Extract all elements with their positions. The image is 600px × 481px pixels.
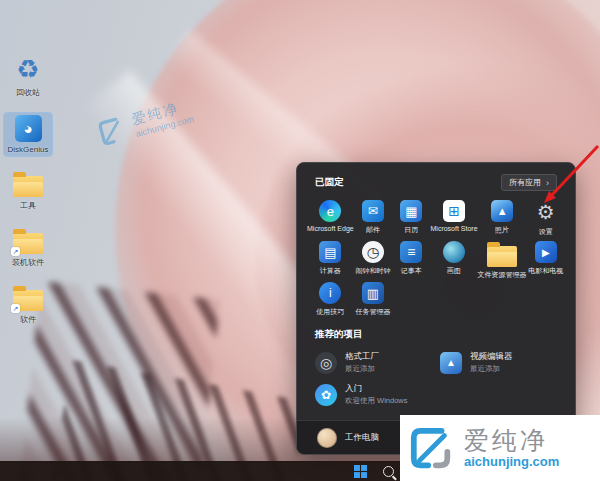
pinned-app-label: 邮件	[366, 225, 380, 235]
desktop-icon-label: DiskGenius	[8, 145, 49, 154]
recommended-item-format-factory[interactable]: ◎格式工厂最近添加	[311, 349, 436, 376]
pinned-app-tips[interactable]: i使用技巧	[307, 280, 354, 321]
photos-icon: ▲	[491, 200, 513, 222]
all-apps-label: 所有应用	[509, 177, 541, 188]
paint-icon	[443, 241, 465, 263]
watermark-outline-logo-icon	[94, 113, 131, 150]
recommended-item-subtitle: 最近添加	[470, 364, 513, 374]
start-button-icon	[354, 465, 367, 478]
desktop-icon-folder-setup[interactable]: ↗装机软件	[4, 226, 52, 270]
pinned-section-title: 已固定	[315, 176, 344, 189]
watermark-logo: 爱纯净 aichunjing.com	[400, 415, 600, 481]
recommended-item-subtitle: 最近添加	[345, 364, 379, 374]
recommended-item-title: 入门	[345, 383, 408, 395]
pinned-app-paint[interactable]: 画图	[431, 239, 478, 280]
pinned-app-label: 计算器	[320, 266, 341, 276]
recommended-item-title: 视频编辑器	[470, 351, 513, 363]
task-manager-icon: ▥	[362, 282, 384, 304]
folder-shortcut-icon: ↗	[13, 233, 43, 254]
pinned-app-settings[interactable]: ⚙设置	[527, 198, 565, 239]
video-editor-icon: ▲	[440, 352, 462, 374]
pinned-app-taskmgr[interactable]: ▥任务管理器	[354, 280, 392, 321]
desktop-icon-folder-apps[interactable]: ↗软件	[4, 283, 52, 327]
desktop-icon-recycle-bin[interactable]: ♻回收站	[4, 52, 52, 100]
pinned-app-label: 记事本	[401, 266, 422, 276]
watermark-site: aichunjing.com	[464, 455, 559, 468]
desktop: 爱纯净 aichunjing.com ♻回收站◕DiskGenius工具↗装机软…	[0, 0, 600, 481]
all-apps-button[interactable]: 所有应用 ›	[501, 174, 557, 191]
pinned-app-label: 日历	[404, 225, 418, 235]
pinned-app-movies[interactable]: ▶电影和电视	[527, 239, 565, 280]
chevron-right-icon: ›	[546, 178, 549, 188]
microsoft-store-icon: ⊞	[443, 200, 465, 222]
pinned-app-label: Microsoft Edge	[307, 225, 354, 232]
pinned-apps-grid: eMicrosoft Edge✉邮件▦日历⊞Microsoft Store▲照片…	[297, 196, 575, 321]
get-started-icon: ✿	[315, 384, 337, 406]
tips-icon: i	[319, 282, 341, 304]
shortcut-arrow-icon: ↗	[11, 247, 20, 256]
recommended-list: ◎格式工厂最近添加▲视频编辑器最近添加✿入门欢迎使用 Windows	[297, 346, 575, 408]
user-avatar	[317, 428, 337, 448]
desktop-watermark: 爱纯净 aichunjing.com	[94, 95, 196, 149]
pinned-app-label: 使用技巧	[316, 307, 344, 317]
shortcut-arrow-icon: ↗	[11, 304, 20, 313]
pinned-app-notepad[interactable]: ≡记事本	[392, 239, 430, 280]
pinned-app-calendar[interactable]: ▦日历	[392, 198, 430, 239]
calendar-icon: ▦	[400, 200, 422, 222]
movies-tv-icon: ▶	[535, 241, 557, 263]
pinned-app-mail[interactable]: ✉邮件	[354, 198, 392, 239]
pinned-app-label: Microsoft Store	[431, 225, 478, 232]
recommended-item-get-started[interactable]: ✿入门欢迎使用 Windows	[311, 381, 436, 408]
recommended-item-text: 入门欢迎使用 Windows	[345, 383, 408, 406]
mail-icon: ✉	[362, 200, 384, 222]
desktop-icon-label: 装机软件	[12, 257, 44, 268]
recommended-item-subtitle: 欢迎使用 Windows	[345, 396, 408, 406]
search-icon	[383, 466, 394, 477]
pinned-app-label: 设置	[539, 227, 553, 237]
start-button[interactable]	[352, 463, 368, 479]
recommended-section-title: 推荐的项目	[315, 328, 363, 341]
pinned-app-label: 电影和电视	[528, 266, 563, 276]
disk-tool-icon: ◕	[15, 115, 42, 142]
recycle-bin-icon: ♻	[13, 54, 43, 84]
pinned-app-label: 照片	[495, 225, 509, 235]
pinned-app-photos[interactable]: ▲照片	[478, 198, 527, 239]
faint-watermark-brand: 爱纯净	[130, 96, 193, 129]
settings-gear-icon: ⚙	[534, 200, 558, 224]
watermark-brand: 爱纯净	[464, 428, 559, 453]
search-button[interactable]	[380, 463, 396, 479]
recommended-item-video-editor[interactable]: ▲视频编辑器最近添加	[436, 349, 561, 376]
pinned-app-clock[interactable]: ◷闹钟和时钟	[354, 239, 392, 280]
start-menu: 已固定 所有应用 › eMicrosoft Edge✉邮件▦日历⊞Microso…	[296, 162, 576, 455]
user-profile-button[interactable]: 工作电脑	[317, 428, 379, 448]
notepad-icon: ≡	[400, 241, 422, 263]
desktop-icon-label: 回收站	[16, 87, 40, 98]
recommended-item-text: 格式工厂最近添加	[345, 351, 379, 374]
desktop-icon-label: 软件	[20, 314, 36, 325]
watermark-bracket-logo-icon	[409, 425, 455, 471]
faint-watermark-site: aichunjing.com	[135, 114, 196, 139]
pinned-app-calculator[interactable]: ▤计算器	[307, 239, 354, 280]
desktop-icon-folder-tools[interactable]: 工具	[4, 169, 52, 213]
pinned-app-label: 闹钟和时钟	[355, 266, 390, 276]
pinned-app-label: 文件资源管理器	[478, 270, 527, 280]
recommended-item-text: 视频编辑器最近添加	[470, 351, 513, 374]
calculator-icon: ▤	[319, 241, 341, 263]
desktop-icon-list: ♻回收站◕DiskGenius工具↗装机软件↗软件	[4, 52, 52, 327]
folder-icon	[13, 176, 43, 197]
user-name: 工作电脑	[345, 432, 379, 444]
pinned-app-store[interactable]: ⊞Microsoft Store	[431, 198, 478, 239]
clock-icon: ◷	[362, 241, 384, 263]
desktop-icon-label: 工具	[20, 200, 36, 211]
pinned-app-explorer[interactable]: 文件资源管理器	[478, 239, 527, 280]
folder-shortcut-icon: ↗	[13, 290, 43, 311]
pinned-app-edge[interactable]: eMicrosoft Edge	[307, 198, 354, 239]
taskbar-icons	[352, 461, 396, 481]
desktop-icon-disk-tool[interactable]: ◕DiskGenius	[4, 113, 52, 156]
pinned-app-label: 任务管理器	[355, 307, 390, 317]
edge-icon: e	[319, 200, 341, 222]
pinned-app-label: 画图	[447, 266, 461, 276]
recommended-item-title: 格式工厂	[345, 351, 379, 363]
pinned-section-header: 已固定 所有应用 ›	[297, 163, 575, 196]
format-factory-icon: ◎	[315, 352, 337, 374]
